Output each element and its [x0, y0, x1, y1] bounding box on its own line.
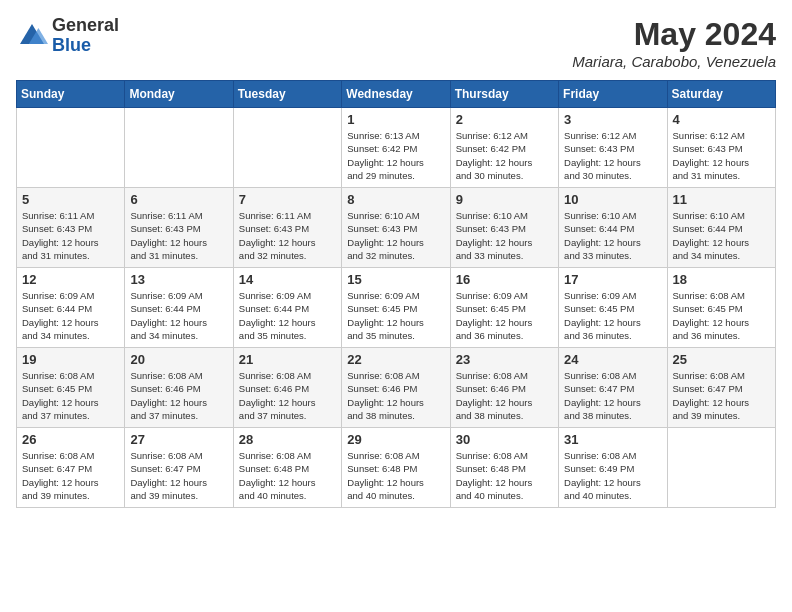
- day-number: 14: [239, 272, 336, 287]
- day-number: 11: [673, 192, 770, 207]
- calendar-cell: 1Sunrise: 6:13 AM Sunset: 6:42 PM Daylig…: [342, 108, 450, 188]
- day-header-saturday: Saturday: [667, 81, 775, 108]
- day-number: 4: [673, 112, 770, 127]
- calendar-cell: 5Sunrise: 6:11 AM Sunset: 6:43 PM Daylig…: [17, 188, 125, 268]
- calendar-cell: 30Sunrise: 6:08 AM Sunset: 6:48 PM Dayli…: [450, 428, 558, 508]
- cell-info: Sunrise: 6:12 AM Sunset: 6:43 PM Dayligh…: [673, 129, 770, 182]
- week-row-3: 12Sunrise: 6:09 AM Sunset: 6:44 PM Dayli…: [17, 268, 776, 348]
- week-row-2: 5Sunrise: 6:11 AM Sunset: 6:43 PM Daylig…: [17, 188, 776, 268]
- day-number: 9: [456, 192, 553, 207]
- calendar-cell: 15Sunrise: 6:09 AM Sunset: 6:45 PM Dayli…: [342, 268, 450, 348]
- cell-info: Sunrise: 6:08 AM Sunset: 6:48 PM Dayligh…: [347, 449, 444, 502]
- day-number: 25: [673, 352, 770, 367]
- week-row-5: 26Sunrise: 6:08 AM Sunset: 6:47 PM Dayli…: [17, 428, 776, 508]
- logo-icon: [16, 20, 48, 52]
- calendar-cell: [233, 108, 341, 188]
- day-number: 13: [130, 272, 227, 287]
- week-row-1: 1Sunrise: 6:13 AM Sunset: 6:42 PM Daylig…: [17, 108, 776, 188]
- day-number: 16: [456, 272, 553, 287]
- day-number: 10: [564, 192, 661, 207]
- day-number: 3: [564, 112, 661, 127]
- day-number: 17: [564, 272, 661, 287]
- location: Mariara, Carabobo, Venezuela: [572, 53, 776, 70]
- cell-info: Sunrise: 6:08 AM Sunset: 6:46 PM Dayligh…: [347, 369, 444, 422]
- cell-info: Sunrise: 6:11 AM Sunset: 6:43 PM Dayligh…: [22, 209, 119, 262]
- cell-info: Sunrise: 6:09 AM Sunset: 6:45 PM Dayligh…: [456, 289, 553, 342]
- calendar-cell: [17, 108, 125, 188]
- day-header-monday: Monday: [125, 81, 233, 108]
- day-number: 6: [130, 192, 227, 207]
- calendar-cell: 17Sunrise: 6:09 AM Sunset: 6:45 PM Dayli…: [559, 268, 667, 348]
- day-number: 29: [347, 432, 444, 447]
- calendar-cell: 19Sunrise: 6:08 AM Sunset: 6:45 PM Dayli…: [17, 348, 125, 428]
- logo: General Blue: [16, 16, 119, 56]
- day-number: 22: [347, 352, 444, 367]
- calendar-cell: 29Sunrise: 6:08 AM Sunset: 6:48 PM Dayli…: [342, 428, 450, 508]
- day-number: 31: [564, 432, 661, 447]
- day-number: 21: [239, 352, 336, 367]
- day-number: 28: [239, 432, 336, 447]
- day-number: 12: [22, 272, 119, 287]
- cell-info: Sunrise: 6:09 AM Sunset: 6:44 PM Dayligh…: [22, 289, 119, 342]
- day-number: 5: [22, 192, 119, 207]
- day-header-wednesday: Wednesday: [342, 81, 450, 108]
- cell-info: Sunrise: 6:08 AM Sunset: 6:48 PM Dayligh…: [239, 449, 336, 502]
- calendar-cell: 20Sunrise: 6:08 AM Sunset: 6:46 PM Dayli…: [125, 348, 233, 428]
- cell-info: Sunrise: 6:09 AM Sunset: 6:45 PM Dayligh…: [564, 289, 661, 342]
- calendar-table: SundayMondayTuesdayWednesdayThursdayFrid…: [16, 80, 776, 508]
- cell-info: Sunrise: 6:08 AM Sunset: 6:49 PM Dayligh…: [564, 449, 661, 502]
- calendar-cell: 13Sunrise: 6:09 AM Sunset: 6:44 PM Dayli…: [125, 268, 233, 348]
- calendar-cell: 2Sunrise: 6:12 AM Sunset: 6:42 PM Daylig…: [450, 108, 558, 188]
- title-block: May 2024 Mariara, Carabobo, Venezuela: [572, 16, 776, 70]
- calendar-cell: 14Sunrise: 6:09 AM Sunset: 6:44 PM Dayli…: [233, 268, 341, 348]
- cell-info: Sunrise: 6:09 AM Sunset: 6:44 PM Dayligh…: [239, 289, 336, 342]
- calendar-cell: 3Sunrise: 6:12 AM Sunset: 6:43 PM Daylig…: [559, 108, 667, 188]
- cell-info: Sunrise: 6:10 AM Sunset: 6:44 PM Dayligh…: [564, 209, 661, 262]
- day-number: 30: [456, 432, 553, 447]
- calendar-cell: 6Sunrise: 6:11 AM Sunset: 6:43 PM Daylig…: [125, 188, 233, 268]
- cell-info: Sunrise: 6:08 AM Sunset: 6:45 PM Dayligh…: [22, 369, 119, 422]
- logo-text: General Blue: [52, 16, 119, 56]
- cell-info: Sunrise: 6:08 AM Sunset: 6:46 PM Dayligh…: [130, 369, 227, 422]
- week-row-4: 19Sunrise: 6:08 AM Sunset: 6:45 PM Dayli…: [17, 348, 776, 428]
- cell-info: Sunrise: 6:08 AM Sunset: 6:47 PM Dayligh…: [673, 369, 770, 422]
- day-number: 19: [22, 352, 119, 367]
- cell-info: Sunrise: 6:10 AM Sunset: 6:44 PM Dayligh…: [673, 209, 770, 262]
- calendar-cell: 25Sunrise: 6:08 AM Sunset: 6:47 PM Dayli…: [667, 348, 775, 428]
- cell-info: Sunrise: 6:11 AM Sunset: 6:43 PM Dayligh…: [130, 209, 227, 262]
- cell-info: Sunrise: 6:11 AM Sunset: 6:43 PM Dayligh…: [239, 209, 336, 262]
- cell-info: Sunrise: 6:08 AM Sunset: 6:46 PM Dayligh…: [239, 369, 336, 422]
- day-number: 7: [239, 192, 336, 207]
- day-number: 15: [347, 272, 444, 287]
- page-header: General Blue May 2024 Mariara, Carabobo,…: [16, 16, 776, 70]
- calendar-cell: [667, 428, 775, 508]
- day-number: 2: [456, 112, 553, 127]
- cell-info: Sunrise: 6:12 AM Sunset: 6:43 PM Dayligh…: [564, 129, 661, 182]
- calendar-cell: 10Sunrise: 6:10 AM Sunset: 6:44 PM Dayli…: [559, 188, 667, 268]
- calendar-cell: 4Sunrise: 6:12 AM Sunset: 6:43 PM Daylig…: [667, 108, 775, 188]
- day-header-tuesday: Tuesday: [233, 81, 341, 108]
- cell-info: Sunrise: 6:08 AM Sunset: 6:47 PM Dayligh…: [22, 449, 119, 502]
- calendar-cell: [125, 108, 233, 188]
- calendar-cell: 22Sunrise: 6:08 AM Sunset: 6:46 PM Dayli…: [342, 348, 450, 428]
- calendar-cell: 26Sunrise: 6:08 AM Sunset: 6:47 PM Dayli…: [17, 428, 125, 508]
- day-number: 1: [347, 112, 444, 127]
- day-number: 23: [456, 352, 553, 367]
- calendar-cell: 18Sunrise: 6:08 AM Sunset: 6:45 PM Dayli…: [667, 268, 775, 348]
- calendar-cell: 21Sunrise: 6:08 AM Sunset: 6:46 PM Dayli…: [233, 348, 341, 428]
- day-number: 20: [130, 352, 227, 367]
- day-number: 8: [347, 192, 444, 207]
- calendar-cell: 7Sunrise: 6:11 AM Sunset: 6:43 PM Daylig…: [233, 188, 341, 268]
- calendar-cell: 8Sunrise: 6:10 AM Sunset: 6:43 PM Daylig…: [342, 188, 450, 268]
- cell-info: Sunrise: 6:08 AM Sunset: 6:47 PM Dayligh…: [130, 449, 227, 502]
- cell-info: Sunrise: 6:08 AM Sunset: 6:47 PM Dayligh…: [564, 369, 661, 422]
- cell-info: Sunrise: 6:09 AM Sunset: 6:44 PM Dayligh…: [130, 289, 227, 342]
- cell-info: Sunrise: 6:09 AM Sunset: 6:45 PM Dayligh…: [347, 289, 444, 342]
- calendar-cell: 12Sunrise: 6:09 AM Sunset: 6:44 PM Dayli…: [17, 268, 125, 348]
- calendar-cell: 11Sunrise: 6:10 AM Sunset: 6:44 PM Dayli…: [667, 188, 775, 268]
- cell-info: Sunrise: 6:08 AM Sunset: 6:46 PM Dayligh…: [456, 369, 553, 422]
- cell-info: Sunrise: 6:08 AM Sunset: 6:45 PM Dayligh…: [673, 289, 770, 342]
- month-title: May 2024: [572, 16, 776, 53]
- days-header-row: SundayMondayTuesdayWednesdayThursdayFrid…: [17, 81, 776, 108]
- calendar-cell: 27Sunrise: 6:08 AM Sunset: 6:47 PM Dayli…: [125, 428, 233, 508]
